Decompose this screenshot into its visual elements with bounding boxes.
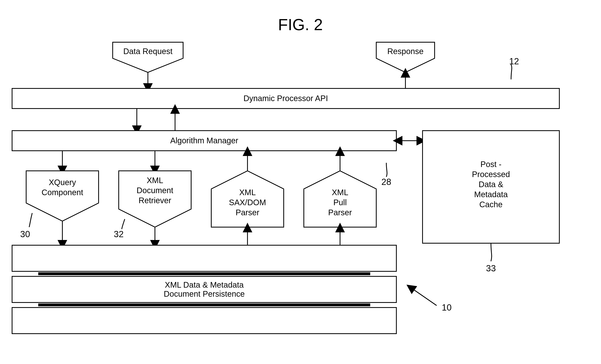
- pull-l2: Pull: [333, 198, 347, 207]
- xquery-l1: XQuery: [49, 178, 76, 187]
- retriever-l2: Document: [137, 186, 173, 195]
- ref-32: 32: [114, 229, 124, 239]
- saxdom-block: XML SAX/DOM Parser: [211, 171, 284, 227]
- ref-10: 10: [442, 303, 452, 312]
- pull-l1: XML: [332, 188, 348, 197]
- response-tag: Response: [376, 42, 435, 72]
- cache-l5: Cache: [479, 200, 503, 209]
- diagram-canvas: FIG. 2 Data Request Response Dynamic Pro…: [0, 0, 601, 364]
- lead-33: [491, 243, 492, 261]
- cache-l3: Data &: [479, 180, 503, 189]
- cache-block: Post - Processed Data & Metadata Cache: [422, 131, 559, 243]
- data-request-tag: Data Request: [113, 42, 183, 72]
- persistence-l1: XML Data & Metadata: [165, 280, 244, 289]
- figure-label: FIG. 2: [278, 16, 323, 34]
- ref-33: 33: [486, 263, 496, 273]
- pull-l3: Parser: [328, 208, 352, 217]
- retriever-l3: Retriever: [139, 196, 171, 205]
- api-block: Dynamic Processor API: [12, 88, 559, 108]
- saxdom-l1: XML: [239, 188, 256, 197]
- lead-28: [386, 163, 387, 177]
- xquery-l2: Component: [42, 188, 83, 197]
- svg-rect-12: [38, 304, 370, 306]
- algorithm-manager-block: Algorithm Manager: [12, 131, 396, 151]
- cache-l2: Processed: [472, 170, 510, 179]
- retriever-l1: XML: [147, 176, 163, 185]
- ref-12: 12: [509, 56, 519, 66]
- cache-l4: Metadata: [474, 190, 508, 199]
- lead-30: [29, 213, 32, 227]
- ref-28: 28: [381, 177, 391, 187]
- lead-12: [511, 64, 512, 79]
- api-label: Dynamic Processor API: [243, 94, 328, 103]
- response-label: Response: [387, 47, 423, 56]
- svg-rect-9: [12, 245, 396, 271]
- svg-rect-10: [38, 272, 370, 275]
- data-request-label: Data Request: [123, 47, 173, 56]
- cache-l1: Post -: [481, 160, 501, 169]
- algorithm-manager-label: Algorithm Manager: [170, 136, 238, 145]
- saxdom-l3: Parser: [236, 208, 259, 217]
- lead-32: [122, 219, 125, 229]
- persistence-l2: Document Persistence: [164, 289, 245, 298]
- saxdom-l2: SAX/DOM: [229, 198, 266, 207]
- persistence-stack: XML Data & Metadata Document Persistence: [12, 245, 396, 334]
- ref-30: 30: [20, 229, 30, 239]
- retriever-block: XML Document Retriever: [119, 171, 191, 227]
- lead-10: [411, 287, 437, 306]
- xquery-block: XQuery Component: [26, 171, 99, 221]
- svg-rect-13: [12, 307, 396, 334]
- pull-block: XML Pull Parser: [304, 171, 376, 227]
